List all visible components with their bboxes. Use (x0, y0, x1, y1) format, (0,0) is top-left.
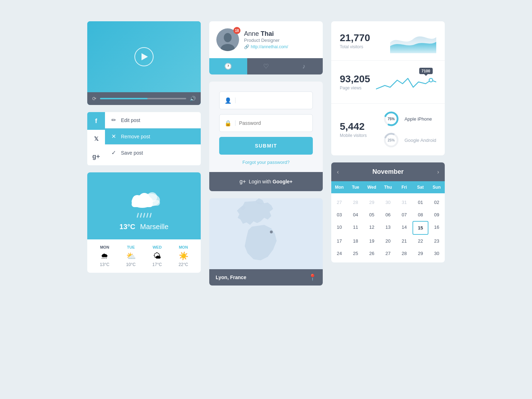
progress-bar[interactable] (100, 98, 186, 99)
location-label: Lyon, France (216, 275, 246, 280)
volume-icon[interactable]: 🔊 (190, 96, 196, 101)
pageviews-section: 93,205 Page views 7100 (331, 61, 445, 104)
wd-sat: Sat (412, 181, 429, 193)
username-input-wrap: 👤 (219, 92, 313, 109)
calendar-day[interactable]: 23 (428, 235, 445, 247)
twitter-icon: 𝕏 (94, 135, 99, 142)
forecast-mon2-label: MON (172, 245, 195, 249)
forecast-wed: WED 🌤 17°C (145, 245, 169, 267)
calendar-day[interactable]: 28 (396, 247, 412, 260)
calendar-day[interactable]: 18 (348, 235, 364, 247)
wd-tue: Tue (348, 181, 364, 193)
tab-heart[interactable]: ♡ (247, 58, 285, 74)
login-card: 👤 🔒 SUBMIT Forgot your password? g+ Logi… (209, 82, 323, 191)
calendar-day[interactable]: 31 (396, 196, 412, 209)
visitors-chart (390, 28, 436, 53)
google-login-label: Login with Google+ (249, 179, 292, 184)
wd-mon: Mon (331, 181, 348, 193)
weather-forecast: MON 🌧 13°C TUE ⛅ 10°C WED 🌤 17°C MON ☀️ (87, 239, 201, 273)
calendar-month: November (372, 168, 404, 176)
calendar-day[interactable]: 13 (380, 221, 396, 235)
repeat-icon[interactable]: ⟳ (92, 96, 96, 101)
prev-month-button[interactable]: ‹ (337, 169, 339, 175)
calendar-day[interactable]: 30 (428, 247, 445, 260)
facebook-button[interactable]: f (87, 112, 105, 130)
avatar-wrap: 18 (216, 28, 239, 51)
edit-post-label: Edit post (121, 117, 140, 123)
calendar-day[interactable]: 22 (412, 235, 429, 247)
calendar-day[interactable]: 03 (331, 209, 348, 221)
svg-point-7 (139, 193, 150, 204)
stats-card: 21,770 Total visitors (331, 21, 445, 155)
calendar-day[interactable]: 01 (412, 196, 429, 209)
save-post-item[interactable]: ✓ Save post (105, 145, 201, 161)
calendar-day[interactable]: 16 (428, 221, 445, 235)
calendar-day[interactable]: 19 (364, 235, 380, 247)
calendar-weekdays: Mon Tue Wed Thu Fri Sat Sun (331, 181, 445, 193)
next-month-button[interactable]: › (437, 169, 439, 175)
twitter-button[interactable]: 𝕏 (87, 130, 105, 148)
calendar-day[interactable]: 27 (331, 196, 348, 209)
calendar-day[interactable]: 07 (396, 209, 412, 221)
calendar-day[interactable]: 26 (364, 247, 380, 260)
googleplus-button[interactable]: g+ (87, 148, 105, 165)
rain-animation (94, 213, 194, 218)
calendar-day[interactable]: 28 (348, 196, 364, 209)
calendar-day[interactable]: 29 (412, 247, 429, 260)
calendar-day[interactable]: 04 (348, 209, 364, 221)
calendar-day[interactable]: 06 (380, 209, 396, 221)
calendar-day[interactable]: 09 (428, 209, 445, 221)
calendar-day[interactable]: 27 (380, 247, 396, 260)
calendar-day[interactable]: 25 (348, 247, 364, 260)
social-context: f 𝕏 g+ ✏ Edit post ✕ Remove post (87, 112, 201, 165)
calendar-day[interactable]: 11 (348, 221, 364, 235)
calendar-days: 2728293031010203040506070809101112131415… (331, 193, 445, 262)
calendar-day[interactable]: 29 (364, 196, 380, 209)
iphone-item: 75% Apple iPhone (383, 111, 436, 127)
edit-post-item[interactable]: ✏ Edit post (105, 112, 201, 128)
calendar-header: ‹ November › (331, 162, 445, 181)
tab-music[interactable]: ♪ (285, 58, 323, 74)
calendar-day[interactable]: 21 (396, 235, 412, 247)
forecast-tue: TUE ⛅ 10°C (119, 245, 143, 267)
calendar-day[interactable]: 30 (380, 196, 396, 209)
password-input[interactable] (235, 120, 307, 126)
calendar-day[interactable]: 08 (412, 209, 429, 221)
music-icon: ♪ (302, 63, 305, 70)
cloud-icon-tue: ⛅ (119, 251, 143, 261)
sun-icon: ☀️ (172, 251, 195, 261)
calendar-day[interactable]: 02 (428, 196, 445, 209)
submit-button[interactable]: SUBMIT (219, 137, 313, 155)
username-input[interactable] (235, 98, 307, 103)
remove-post-item[interactable]: ✕ Remove post (105, 128, 201, 145)
profile-link[interactable]: 🔗 http://annethai.com/ (244, 44, 316, 49)
wd-sun: Sun (428, 181, 445, 193)
map-footer: Lyon, France 📍 (209, 269, 323, 286)
profile-url: http://annethai.com/ (251, 44, 288, 49)
calendar-day[interactable]: 15 (412, 221, 429, 235)
calendar-day[interactable]: 05 (364, 209, 380, 221)
svg-point-9 (224, 33, 232, 42)
video-player: ⟳ 🔊 (87, 21, 201, 105)
forgot-password-link[interactable]: Forgot your password? (219, 160, 313, 165)
pageviews-chart: 7100 (376, 68, 436, 96)
wd-thu: Thu (380, 181, 396, 193)
calendar-day[interactable]: 24 (331, 247, 348, 260)
profile-name: Anne Thai (244, 30, 316, 38)
profile-card: 18 Anne Thai Product Designer 🔗 http://a… (209, 21, 323, 74)
partly-cloud-icon: 🌤 (145, 251, 169, 261)
check-icon: ✓ (111, 149, 116, 156)
calendar-day[interactable]: 17 (331, 235, 348, 247)
forecast-temp-wed: 17°C (145, 262, 169, 267)
googleplus-circle-icon: g+ (239, 178, 246, 185)
visitors-section: 21,770 Total visitors (331, 21, 445, 61)
calendar-day[interactable]: 10 (331, 221, 348, 235)
google-login-button[interactable]: g+ Login with Google+ (209, 172, 323, 191)
calendar-day[interactable]: 14 (396, 221, 412, 235)
calendar-day[interactable]: 12 (364, 221, 380, 235)
tab-clock[interactable]: 🕐 (209, 58, 247, 74)
progress-fill (100, 98, 148, 99)
calendar-day[interactable]: 20 (380, 235, 396, 247)
social-bar: f 𝕏 g+ (87, 112, 105, 165)
play-button[interactable] (134, 47, 154, 66)
